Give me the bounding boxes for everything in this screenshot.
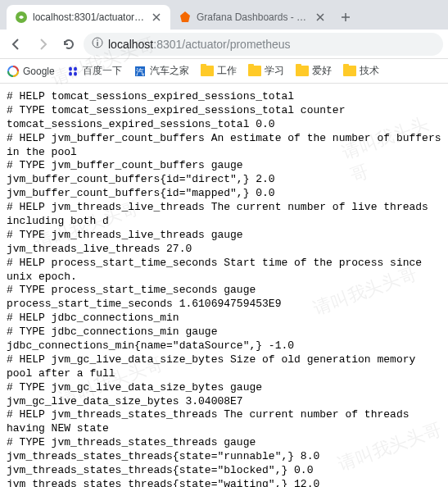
close-icon[interactable] (315, 11, 326, 23)
bookmark-folder-work[interactable]: 工作 (201, 64, 237, 78)
forward-button[interactable] (31, 33, 54, 56)
page-content: # HELP tomcat_sessions_expired_sessions_… (0, 84, 448, 487)
svg-point-5 (69, 66, 72, 71)
svg-point-6 (74, 66, 77, 71)
google-icon (7, 65, 20, 78)
address-bar[interactable]: localhost:8301/actuator/prometheus (84, 33, 443, 56)
autohome-icon: 汽 (133, 65, 147, 78)
folder-icon (343, 66, 356, 76)
back-button[interactable] (5, 33, 28, 56)
url-text: localhost:8301/actuator/prometheus (108, 38, 291, 51)
folder-icon (296, 66, 309, 76)
svg-rect-3 (97, 42, 97, 46)
bookmarks-bar: Google 百度一下 汽汽车之家 工作 学习 爱好 技术 (0, 59, 448, 84)
svg-point-7 (69, 71, 72, 75)
tab-title: Grafana Dashboards - discove (197, 11, 310, 23)
spring-favicon (15, 11, 28, 24)
bookmark-folder-study[interactable]: 学习 (248, 64, 284, 78)
site-info-icon[interactable] (92, 37, 103, 51)
folder-icon (201, 66, 214, 76)
svg-text:汽: 汽 (136, 67, 144, 76)
baidu-icon (66, 65, 79, 78)
reload-button[interactable] (57, 33, 80, 56)
bookmark-folder-tech[interactable]: 技术 (343, 64, 379, 78)
new-tab-button[interactable] (334, 5, 357, 30)
bookmark-autohome[interactable]: 汽汽车之家 (133, 64, 189, 78)
tab-active[interactable]: localhost:8301/actuator/prom (7, 5, 170, 30)
bookmark-baidu[interactable]: 百度一下 (66, 64, 122, 78)
svg-point-8 (74, 71, 77, 75)
tab-inactive[interactable]: Grafana Dashboards - discove (170, 5, 334, 30)
svg-point-2 (97, 39, 98, 41)
toolbar: localhost:8301/actuator/prometheus (0, 30, 448, 59)
tab-title: localhost:8301/actuator/prom (33, 11, 146, 23)
folder-icon (248, 66, 261, 76)
grafana-favicon (179, 11, 192, 24)
bookmark-google[interactable]: Google (7, 65, 55, 78)
tab-strip: localhost:8301/actuator/prom Grafana Das… (0, 0, 448, 30)
close-icon[interactable] (151, 11, 162, 23)
bookmark-folder-hobby[interactable]: 爱好 (296, 64, 332, 78)
